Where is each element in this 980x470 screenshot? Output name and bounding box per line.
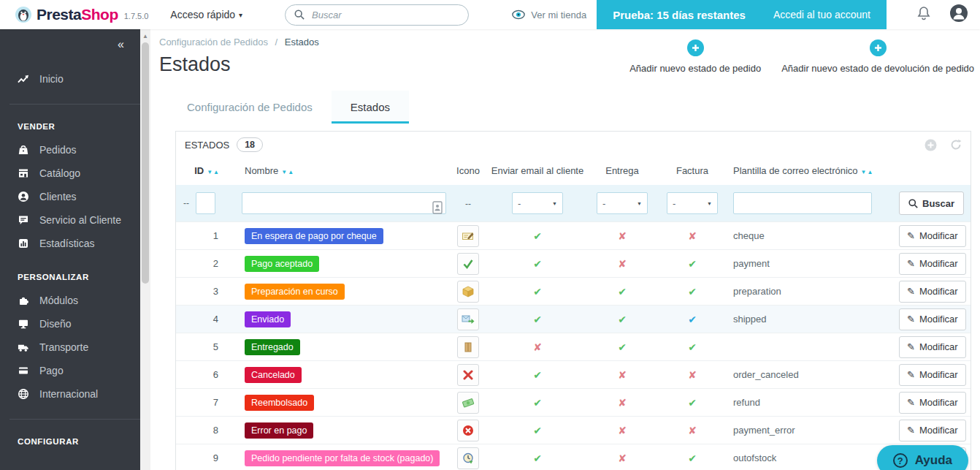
global-search[interactable] xyxy=(285,4,469,26)
account-avatar[interactable] xyxy=(949,4,968,26)
sidebar-item-label: Diseño xyxy=(39,318,72,330)
refresh-icon xyxy=(950,139,962,151)
add-order-status-button[interactable]: Añadir nuevo estado de pedido xyxy=(629,39,761,74)
template-cell: cheque xyxy=(725,230,899,241)
chat-icon xyxy=(18,214,29,226)
delivery-flag: ✔ xyxy=(585,341,659,353)
tab-configuracion-pedidos[interactable]: Configuración de Pedidos xyxy=(168,91,332,124)
modify-button[interactable]: ✎Modificar xyxy=(899,225,966,247)
panel-add-button[interactable] xyxy=(925,139,937,151)
col-nombre: Nombre xyxy=(245,165,278,176)
email-flag: ✔ xyxy=(490,258,585,270)
breadcrumb-parent[interactable]: Configuración de Pedidos xyxy=(159,37,268,48)
cheque-pen-icon xyxy=(457,225,479,247)
truck-icon xyxy=(18,342,29,353)
invoice-flag: ✘ xyxy=(659,369,725,381)
parcel-icon xyxy=(457,336,479,358)
sidebar-item-catalogo[interactable]: Catálogo xyxy=(0,162,140,185)
row-id: 1 xyxy=(176,230,227,241)
modify-button[interactable]: ✎Modificar xyxy=(899,420,966,441)
pencil-icon: ✎ xyxy=(907,258,915,269)
modify-button[interactable]: ✎Modificar xyxy=(899,253,966,275)
modify-button[interactable]: ✎Modificar xyxy=(899,308,966,330)
panel-refresh-button[interactable] xyxy=(950,139,962,151)
header-actions: Añadir nuevo estado de pedido Añadir nue… xyxy=(629,39,974,74)
pencil-icon: ✎ xyxy=(907,425,915,436)
chevron-down-icon: ▼ xyxy=(552,201,557,206)
notifications-button[interactable] xyxy=(917,6,930,23)
table-row: 2 Pago aceptado ✔ ✘ ✔ payment ✎Modificar xyxy=(176,249,971,277)
sidebar-item-diseno[interactable]: Diseño xyxy=(0,312,140,336)
payment-check-icon xyxy=(457,253,479,275)
sidebar-item-clientes[interactable]: Clientes xyxy=(0,185,140,208)
invoice-filter-select[interactable]: -▼ xyxy=(667,192,718,214)
panel-header: ESTADOS 18 xyxy=(176,132,971,158)
modify-button[interactable]: ✎Modificar xyxy=(899,364,966,386)
col-email: Enviar email al cliente xyxy=(490,165,585,176)
search-input[interactable] xyxy=(312,10,436,20)
sidebar-item-internacional[interactable]: Internacional xyxy=(0,382,140,406)
delivery-flag: ✘ xyxy=(585,369,659,381)
sidebar-item-pago[interactable]: Pago xyxy=(0,359,140,382)
status-badge: Preparación en curso xyxy=(245,284,345,300)
sidebar-item-estadisticas[interactable]: Estadísticas xyxy=(0,232,140,255)
sort-icons[interactable]: ▼▲ xyxy=(281,169,294,175)
credit-card-icon xyxy=(18,365,29,376)
add-return-status-button[interactable]: Añadir nuevo estado de devolución de ped… xyxy=(781,39,974,74)
modify-button[interactable]: ✎Modificar xyxy=(899,392,966,414)
row-id: 3 xyxy=(176,286,227,297)
email-filter-select[interactable]: -▼ xyxy=(512,192,563,214)
tab-bar: Configuración de Pedidos Estados xyxy=(168,91,980,124)
sidebar-item-servicio[interactable]: Servicio al Cliente xyxy=(0,208,140,232)
store-icon xyxy=(18,167,29,179)
sort-icons[interactable]: ▼▲ xyxy=(207,169,220,175)
sidebar-scrollbar[interactable]: ▲ xyxy=(140,29,150,470)
invoice-flag: ✔ xyxy=(659,258,725,270)
sidebar-collapse-button[interactable]: « xyxy=(0,29,140,51)
id-filter-input[interactable] xyxy=(196,192,215,214)
add-icon xyxy=(870,39,887,56)
modify-button[interactable]: ✎Modificar xyxy=(899,281,966,303)
scrollbar-up-arrow[interactable]: ▲ xyxy=(140,29,150,39)
topbar-right: Ver mi tienda Prueba: 15 días restantes … xyxy=(512,0,980,29)
search-icon xyxy=(294,10,305,20)
template-filter-input[interactable] xyxy=(733,192,872,214)
view-shop-link[interactable]: Ver mi tienda xyxy=(512,10,586,20)
globe-icon xyxy=(18,388,29,400)
modify-button[interactable]: ✎Modificar xyxy=(899,336,966,358)
invoice-flag: ✔ xyxy=(659,397,725,409)
invoice-flag: ✔ xyxy=(659,341,725,353)
scrollbar-thumb[interactable] xyxy=(142,42,149,284)
delivery-filter-select[interactable]: -▼ xyxy=(597,192,648,214)
name-filter-input[interactable] xyxy=(242,192,446,214)
sort-icons[interactable]: ▼▲ xyxy=(861,169,874,175)
account-link[interactable]: Accedi al tuo account xyxy=(773,9,870,20)
filter-search-button[interactable]: Buscar xyxy=(899,192,964,215)
email-flag: ✘ xyxy=(490,341,585,353)
template-cell: payment xyxy=(725,258,899,269)
col-plantilla: Plantilla de correo electrónico xyxy=(733,165,858,176)
delivery-flag: ✘ xyxy=(585,230,659,242)
tab-estados[interactable]: Estados xyxy=(332,91,409,124)
sidebar-item-transporte[interactable]: Transporte xyxy=(0,336,140,359)
help-button[interactable]: ? Ayuda xyxy=(877,445,968,470)
delivery-flag: ✘ xyxy=(585,425,659,436)
row-id: 9 xyxy=(176,452,227,463)
email-flag: ✔ xyxy=(490,369,585,381)
question-icon: ? xyxy=(893,453,908,468)
row-id: 5 xyxy=(176,341,227,352)
prestashop-logo[interactable]: PrestaShop xyxy=(15,6,118,23)
row-id: 2 xyxy=(176,258,227,269)
sidebar-item-inicio[interactable]: Inicio xyxy=(0,67,140,91)
status-badge: En espera de pago por cheque xyxy=(245,228,383,244)
logo-presta: Presta xyxy=(37,6,81,23)
bell-icon xyxy=(917,6,930,20)
cancel-cross-icon xyxy=(457,364,479,386)
count-badge: 18 xyxy=(237,137,263,152)
filter-dash: -- xyxy=(465,199,471,209)
quick-access-menu[interactable]: Acceso rápido▾ xyxy=(170,9,242,20)
basket-icon xyxy=(18,144,29,156)
sidebar-item-modulos[interactable]: Módulos xyxy=(0,289,140,312)
main-content: Configuración de Pedidos / Estados Estad… xyxy=(150,29,980,470)
sidebar-item-pedidos[interactable]: Pedidos xyxy=(0,138,140,162)
